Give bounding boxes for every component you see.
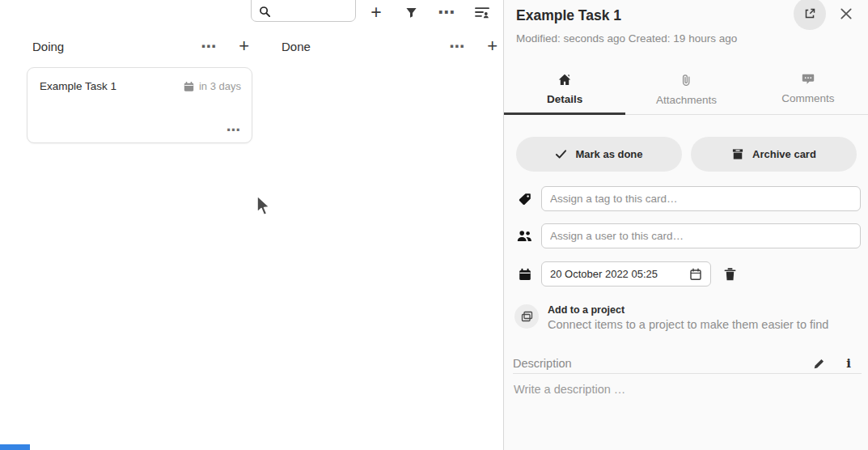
tag-icon — [516, 193, 533, 206]
list-user-icon — [475, 6, 489, 19]
remove-date-button[interactable] — [724, 268, 736, 281]
archive-card-label: Archive card — [752, 148, 816, 160]
project-icon-circle — [514, 304, 539, 329]
archive-icon — [731, 148, 744, 160]
column-title: Done — [282, 40, 449, 53]
project-windows-icon — [520, 310, 534, 323]
users-icon — [516, 230, 533, 242]
card-menu-button[interactable]: ⋯ — [227, 121, 241, 138]
search-field[interactable] — [251, 0, 356, 22]
tab-label: Details — [547, 93, 582, 105]
mark-as-done-label: Mark as done — [575, 148, 642, 160]
assigned-view-button[interactable] — [472, 2, 493, 23]
project-texts: Add to a project Connect items to a proj… — [548, 304, 828, 331]
card-title: Example Task 1 — [40, 80, 183, 92]
mouse-cursor — [254, 194, 272, 219]
mark-as-done-button[interactable]: Mark as done — [516, 137, 682, 172]
bottom-left-accent — [0, 444, 30, 450]
panel-tabbar: Details Attachments Comments — [504, 65, 868, 115]
tab-label: Attachments — [656, 94, 717, 106]
description-info-button[interactable]: i — [846, 358, 851, 369]
date-field-row: 20 October 2022 05:25 — [516, 261, 736, 287]
tab-label: Comments — [781, 92, 834, 104]
column-menu-button[interactable]: ⋯ — [201, 37, 217, 56]
column-add-button[interactable]: + — [487, 38, 498, 54]
home-icon — [558, 74, 571, 86]
column-done: Done ⋯ + — [269, 32, 506, 60]
calendar-icon — [516, 268, 533, 281]
user-field-row — [516, 223, 861, 248]
project-subtitle: Connect items to a project to make them … — [548, 318, 828, 331]
column-header: Doing ⋯ + — [20, 32, 257, 60]
add-card-button[interactable]: + — [366, 2, 387, 23]
column-menu-button[interactable]: ⋯ — [449, 37, 465, 56]
column-add-button[interactable]: + — [239, 38, 249, 54]
close-icon — [840, 7, 853, 20]
search-input[interactable] — [274, 2, 351, 19]
date-picker-icon[interactable] — [689, 268, 702, 281]
open-window-button[interactable] — [794, 0, 826, 30]
add-to-project-row[interactable]: Add to a project Connect items to a proj… — [514, 304, 828, 331]
filter-icon — [405, 6, 417, 19]
due-date-field[interactable]: 20 October 2022 05:25 — [541, 261, 711, 287]
task-card[interactable]: Example Task 1 in 3 days ⋯ — [27, 67, 252, 143]
board-menu-button[interactable]: ⋯ — [436, 2, 457, 23]
card-due-label: in 3 days — [199, 80, 241, 92]
calendar-icon — [183, 81, 195, 92]
pencil-icon — [813, 358, 825, 370]
card-due-badge: in 3 days — [183, 80, 241, 92]
column-header: Done ⋯ + — [269, 32, 506, 60]
tab-attachments[interactable]: Attachments — [625, 65, 747, 114]
panel-meta: Modified: seconds ago Created: 19 hours … — [516, 32, 737, 45]
tab-comments[interactable]: Comments — [747, 65, 868, 114]
description-placeholder[interactable]: Write a description … — [514, 383, 625, 396]
archive-card-button[interactable]: Archive card — [691, 137, 857, 172]
card-actions: Mark as done Archive card — [516, 137, 857, 172]
tag-field-row — [516, 186, 861, 211]
close-panel-button[interactable] — [840, 7, 853, 20]
paperclip-icon — [680, 74, 692, 87]
check-icon — [555, 149, 567, 159]
column-doing: Doing ⋯ + Example Task 1 in 3 days ⋯ — [20, 32, 257, 60]
comment-icon — [802, 74, 815, 85]
project-title: Add to a project — [548, 304, 828, 316]
search-icon — [259, 6, 271, 18]
card-detail-panel: Example Task 1 Modified: seconds ago Cre… — [503, 0, 868, 450]
open-external-icon — [803, 7, 816, 20]
assign-tag-input[interactable] — [541, 186, 861, 211]
assign-user-input[interactable] — [541, 223, 861, 248]
description-header: Description i — [513, 354, 862, 374]
due-date-value: 20 October 2022 05:25 — [550, 268, 683, 280]
edit-description-button[interactable] — [813, 358, 825, 370]
description-label: Description — [513, 357, 813, 370]
panel-title: Example Task 1 — [516, 7, 621, 24]
column-title: Doing — [32, 40, 201, 53]
tab-details[interactable]: Details — [504, 65, 625, 114]
filter-button[interactable] — [400, 2, 421, 23]
